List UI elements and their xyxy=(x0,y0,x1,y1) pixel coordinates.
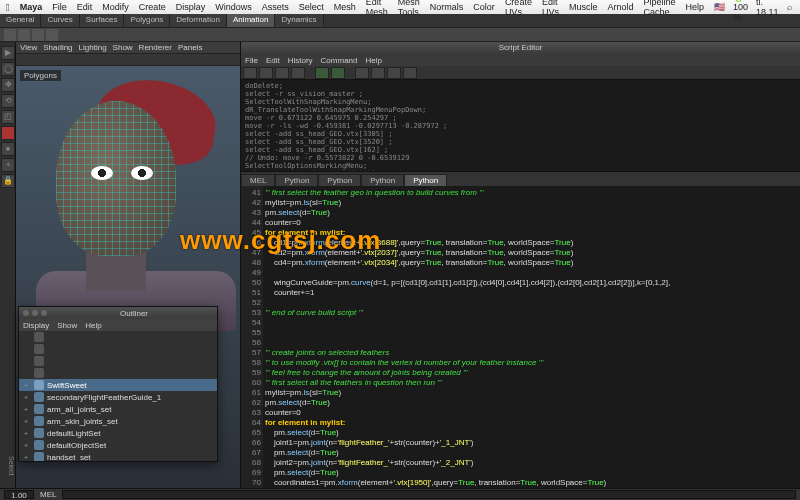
frame-field[interactable]: 1.00 xyxy=(4,490,34,499)
outliner-menu-help[interactable]: Help xyxy=(85,321,101,330)
shelf-icon[interactable] xyxy=(4,29,16,41)
outliner-item[interactable] xyxy=(19,367,217,379)
menu-display[interactable]: Display xyxy=(176,2,206,12)
menu-arnold[interactable]: Arnold xyxy=(607,2,633,12)
menu-file[interactable]: File xyxy=(52,2,67,12)
menu-create[interactable]: Create xyxy=(139,2,166,12)
shelf-tab-deformation[interactable]: Deformation xyxy=(170,14,227,27)
menu-modify[interactable]: Modify xyxy=(102,2,129,12)
expand-icon[interactable]: + xyxy=(21,381,31,390)
menu-help[interactable]: Help xyxy=(685,2,704,12)
expand-icon[interactable]: + xyxy=(21,441,31,450)
se-menu-history[interactable]: History xyxy=(288,56,313,65)
move-tool-icon[interactable]: ✥ xyxy=(1,78,15,92)
se-open-icon[interactable] xyxy=(259,67,273,79)
menu-assets[interactable]: Assets xyxy=(262,2,289,12)
shelf-icon[interactable] xyxy=(32,29,44,41)
shelf-tab-curves[interactable]: Curves xyxy=(41,14,79,27)
menu-windows[interactable]: Windows xyxy=(215,2,252,12)
outliner-item[interactable]: +secondaryFlightFeatherGuide_1 xyxy=(19,391,217,403)
outliner-list[interactable]: +SwiftSweet+secondaryFlightFeatherGuide_… xyxy=(19,331,217,461)
outliner-item[interactable]: +defaultLightSet xyxy=(19,427,217,439)
app-name-menu[interactable]: Maya xyxy=(20,2,43,12)
se-tab-python-3[interactable]: Python xyxy=(361,174,404,186)
outliner-item[interactable]: +arm_skin_joints_set xyxy=(19,415,217,427)
snap-icon[interactable]: ⌖ xyxy=(1,158,15,172)
rotate-tool-icon[interactable]: ⟲ xyxy=(1,94,15,108)
se-execute-icon[interactable] xyxy=(315,67,329,79)
shelf-tab-general[interactable]: General xyxy=(0,14,41,27)
expand-icon[interactable]: + xyxy=(21,393,31,402)
soft-select-icon[interactable]: ● xyxy=(1,142,15,156)
se-tab-python-1[interactable]: Python xyxy=(275,174,318,186)
se-menu-command[interactable]: Command xyxy=(321,56,358,65)
menu-select[interactable]: Select xyxy=(299,2,324,12)
select-tool-icon[interactable]: ▶ xyxy=(1,46,15,60)
panel-menu-show[interactable]: Show xyxy=(113,43,133,52)
shelf-tab-polygons[interactable]: Polygons xyxy=(124,14,170,27)
panel-menu-lighting[interactable]: Lighting xyxy=(79,43,107,52)
menu-create-uvs[interactable]: Create UVs xyxy=(505,0,532,17)
se-save-icon[interactable] xyxy=(275,67,289,79)
outliner-item[interactable] xyxy=(19,331,217,343)
panel-menu-shading[interactable]: Shading xyxy=(43,43,72,52)
panel-menu-panels[interactable]: Panels xyxy=(178,43,202,52)
menu-color[interactable]: Color xyxy=(473,2,495,12)
se-new-icon[interactable] xyxy=(243,67,257,79)
expand-icon[interactable]: + xyxy=(21,453,31,462)
outliner-menu-show[interactable]: Show xyxy=(57,321,77,330)
shelf-icon[interactable] xyxy=(18,29,30,41)
outliner-item[interactable]: +defaultObjectSet xyxy=(19,439,217,451)
se-save-all-icon[interactable] xyxy=(291,67,305,79)
se-menu-edit[interactable]: Edit xyxy=(266,56,280,65)
outliner-item[interactable] xyxy=(19,343,217,355)
shelf-tab-dynamics[interactable]: Dynamics xyxy=(275,14,323,27)
outliner-item[interactable]: +arm_all_joints_set xyxy=(19,403,217,415)
code-text[interactable]: ''' first select the feather geo in ques… xyxy=(265,188,798,488)
se-show-history-icon[interactable] xyxy=(403,67,417,79)
lasso-tool-icon[interactable]: ◯ xyxy=(1,62,15,76)
script-history-output[interactable]: doDelete; select -r ss_vision_master ; S… xyxy=(241,80,800,172)
minimize-icon[interactable] xyxy=(32,310,38,316)
menu-pipeline-cache[interactable]: Pipeline Cache xyxy=(643,0,675,17)
maximize-icon[interactable] xyxy=(41,310,47,316)
se-execute-all-icon[interactable] xyxy=(331,67,345,79)
menu-edit[interactable]: Edit xyxy=(77,2,93,12)
outliner-titlebar[interactable]: Outliner xyxy=(19,307,217,319)
apple-icon[interactable]:  xyxy=(6,2,10,13)
shelf-tab-animation[interactable]: Animation xyxy=(227,14,276,27)
scale-tool-icon[interactable]: ◰ xyxy=(1,110,15,124)
expand-icon[interactable]: + xyxy=(21,417,31,426)
menu-mesh[interactable]: Mesh xyxy=(334,2,356,12)
outliner-item[interactable]: +handset_set xyxy=(19,451,217,461)
se-clear-history-icon[interactable] xyxy=(355,67,369,79)
se-tab-python-4[interactable]: Python xyxy=(404,174,447,186)
shelf-tab-surfaces[interactable]: Surfaces xyxy=(80,14,125,27)
shelf-icon[interactable] xyxy=(46,29,58,41)
outliner-item[interactable] xyxy=(19,355,217,367)
panel-menu-view[interactable]: View xyxy=(20,43,37,52)
lock-icon[interactable]: 🔒 xyxy=(1,174,15,188)
menu-normals[interactable]: Normals xyxy=(430,2,464,12)
se-clear-input-icon[interactable] xyxy=(371,67,385,79)
close-icon[interactable] xyxy=(23,310,29,316)
spotlight-icon[interactable]: ⌕ xyxy=(787,2,792,12)
se-menu-help[interactable]: Help xyxy=(365,56,381,65)
script-editor-code[interactable]: 41 42 43 44 45 46 47 48 49 50 51 52 53 5… xyxy=(241,186,800,488)
input-flag-icon[interactable]: 🇺🇸 xyxy=(714,2,725,12)
se-clear-all-icon[interactable] xyxy=(387,67,401,79)
panel-menu-renderer[interactable]: Renderer xyxy=(139,43,172,52)
expand-icon[interactable]: + xyxy=(21,405,31,414)
outliner-item[interactable]: +SwiftSweet xyxy=(19,379,217,391)
outliner-window[interactable]: Outliner Display Show Help +SwiftSweet+s… xyxy=(18,306,218,462)
command-line-input[interactable] xyxy=(62,490,796,499)
last-tool-icon[interactable] xyxy=(1,126,15,140)
expand-icon[interactable]: + xyxy=(21,429,31,438)
se-tab-mel[interactable]: MEL xyxy=(241,174,275,186)
menu-edit-uvs[interactable]: Edit UVs xyxy=(542,0,559,17)
menu-edit-mesh[interactable]: Edit Mesh xyxy=(366,0,388,17)
se-tab-python-2[interactable]: Python xyxy=(318,174,361,186)
se-menu-file[interactable]: File xyxy=(245,56,258,65)
menu-muscle[interactable]: Muscle xyxy=(569,2,598,12)
menu-mesh-tools[interactable]: Mesh Tools xyxy=(398,0,420,17)
